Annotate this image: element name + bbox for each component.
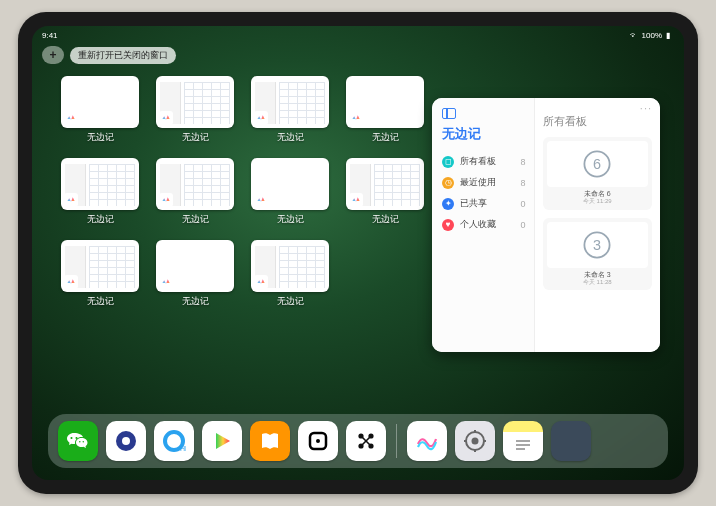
svg-point-5 [122, 437, 130, 445]
status-bar: 9:41 ᯤ 100% ▮ [32, 28, 684, 42]
freeform-icon [64, 193, 78, 207]
app-card[interactable]: 无边记 [345, 76, 425, 144]
sidebar-item-count: 8 [521, 178, 526, 188]
app-label: 无边记 [87, 131, 114, 144]
app-thumbnail[interactable] [156, 240, 234, 292]
wifi-icon: ᯤ [630, 31, 638, 40]
board-card[interactable]: 3未命名 3今天 11:28 [543, 218, 652, 291]
svg-text:3: 3 [593, 237, 601, 253]
sidebar-item-label: 个人收藏 [460, 218, 496, 231]
freeform-icon [349, 193, 363, 207]
app-card[interactable]: 无边记 [250, 158, 330, 226]
app-card[interactable]: 无边记 [345, 158, 425, 226]
popup-sidebar: 无边记 ◻所有看板8◷最近使用8✦已共享0♥个人收藏0 [432, 98, 535, 352]
app-card[interactable]: 无边记 [155, 158, 235, 226]
app-thumbnail[interactable] [251, 240, 329, 292]
app-thumbnail[interactable] [251, 76, 329, 128]
app-label: 无边记 [182, 131, 209, 144]
top-controls: + 重新打开已关闭的窗口 [42, 46, 176, 64]
app-card[interactable]: 无边记 [155, 240, 235, 308]
reopen-closed-window-pill[interactable]: 重新打开已关闭的窗口 [70, 47, 176, 64]
shared-icon: ✦ [442, 198, 454, 210]
fav-icon: ♥ [442, 219, 454, 231]
sidebar-item-shared[interactable]: ✦已共享0 [442, 193, 526, 214]
battery-label: 100% [642, 31, 662, 40]
dock: HD [48, 414, 668, 468]
freeform-icon [64, 275, 78, 289]
sidebar-item-recent[interactable]: ◷最近使用8 [442, 172, 526, 193]
board-card[interactable]: 6未命名 6今天 11:29 [543, 137, 652, 210]
popup-title: 无边记 [442, 125, 526, 143]
app-label: 无边记 [372, 213, 399, 226]
sidebar-item-all[interactable]: ◻所有看板8 [442, 151, 526, 172]
svg-text:HD: HD [180, 445, 186, 452]
board-meta: 未命名 3今天 11:28 [547, 271, 648, 287]
app-thumbnail[interactable] [251, 158, 329, 210]
app-thumbnail[interactable] [156, 158, 234, 210]
battery-icon: ▮ [666, 31, 670, 40]
app-label: 无边记 [182, 295, 209, 308]
dock-app-library-icon[interactable] [551, 421, 591, 461]
app-label: 无边记 [277, 131, 304, 144]
app-label: 无边记 [87, 213, 114, 226]
freeform-icon [159, 275, 173, 289]
sidebar-item-count: 0 [521, 199, 526, 209]
more-icon[interactable]: ··· [640, 102, 652, 114]
svg-point-10 [316, 439, 320, 443]
sidebar-item-count: 8 [521, 157, 526, 167]
app-card[interactable]: 无边记 [250, 240, 330, 308]
app-label: 无边记 [277, 295, 304, 308]
sidebar-item-label: 所有看板 [460, 155, 496, 168]
app-card[interactable]: 无边记 [155, 76, 235, 144]
dock-books-icon[interactable] [250, 421, 290, 461]
svg-marker-8 [216, 433, 230, 449]
freeform-icon [254, 193, 268, 207]
dock-separator [396, 424, 397, 458]
app-label: 无边记 [277, 213, 304, 226]
popup-content: ··· 所有看板 6未命名 6今天 11:293未命名 3今天 11:28 [535, 98, 660, 352]
app-card[interactable]: 无边记 [60, 76, 140, 144]
app-card[interactable]: 无边记 [60, 158, 140, 226]
sidebar-popup: 无边记 ◻所有看板8◷最近使用8✦已共享0♥个人收藏0 ··· 所有看板 6未命… [432, 98, 660, 352]
dock-freeform-icon[interactable] [407, 421, 447, 461]
app-label: 无边记 [372, 131, 399, 144]
app-thumbnail[interactable] [61, 240, 139, 292]
sidebar-toggle-icon[interactable] [442, 108, 456, 119]
board-thumbnail: 3 [547, 222, 648, 268]
svg-point-18 [472, 438, 479, 445]
freeform-icon [64, 111, 78, 125]
app-label: 无边记 [87, 295, 114, 308]
sidebar-item-fav[interactable]: ♥个人收藏0 [442, 214, 526, 235]
sidebar-item-label: 已共享 [460, 197, 487, 210]
app-card[interactable]: 无边记 [60, 240, 140, 308]
sidebar-item-count: 0 [521, 220, 526, 230]
app-thumbnail[interactable] [346, 76, 424, 128]
board-meta: 未命名 6今天 11:29 [547, 190, 648, 206]
dock-blackbox-icon[interactable] [298, 421, 338, 461]
app-thumbnail[interactable] [156, 76, 234, 128]
add-button[interactable]: + [42, 46, 64, 64]
freeform-icon [349, 111, 363, 125]
dock-dots-icon[interactable] [346, 421, 386, 461]
dock-browser-icon[interactable]: HD [154, 421, 194, 461]
svg-text:6: 6 [593, 156, 601, 172]
dock-notes-icon[interactable] [503, 421, 543, 461]
sidebar-item-label: 最近使用 [460, 176, 496, 189]
app-thumbnail[interactable] [61, 158, 139, 210]
dock-play-icon[interactable] [202, 421, 242, 461]
ipad-frame: 9:41 ᯤ 100% ▮ + 重新打开已关闭的窗口 无边记无边记无边记无边记无… [18, 12, 698, 494]
app-thumbnail[interactable] [61, 76, 139, 128]
freeform-icon [159, 111, 173, 125]
dock-settings-icon[interactable] [455, 421, 495, 461]
board-thumbnail: 6 [547, 141, 648, 187]
ipad-screen: 9:41 ᯤ 100% ▮ + 重新打开已关闭的窗口 无边记无边记无边记无边记无… [32, 26, 684, 480]
dock-quark-icon[interactable] [106, 421, 146, 461]
app-card[interactable]: 无边记 [250, 76, 330, 144]
app-thumbnail[interactable] [346, 158, 424, 210]
recent-icon: ◷ [442, 177, 454, 189]
freeform-icon [254, 275, 268, 289]
app-label: 无边记 [182, 213, 209, 226]
all-icon: ◻ [442, 156, 454, 168]
freeform-icon [254, 111, 268, 125]
dock-wechat-icon[interactable] [58, 421, 98, 461]
